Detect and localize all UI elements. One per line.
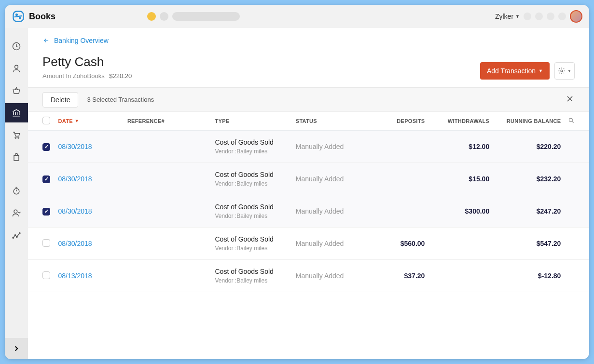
row-checkbox[interactable] — [42, 175, 50, 183]
row-type: Cost of Goods SoldVendor :Bailey miles — [215, 203, 295, 219]
topbar-placeholder — [147, 12, 240, 21]
row-status: Manually Added — [296, 143, 374, 150]
add-transaction-button[interactable]: Add Transaction ▼ — [480, 62, 550, 80]
books-logo-icon — [12, 10, 25, 23]
row-checkbox-cell — [42, 271, 58, 281]
sidebar-item-reports[interactable] — [5, 226, 28, 245]
row-checkbox[interactable] — [42, 271, 50, 279]
topbar: Books Zylker ▼ — [5, 5, 589, 28]
header-type[interactable]: TYPE — [215, 118, 295, 124]
caret-down-icon: ▼ — [567, 69, 571, 73]
row-withdrawal: $15.00 — [425, 175, 489, 183]
row-withdrawal: $300.00 — [425, 207, 489, 215]
placeholder-dot-icon — [160, 12, 168, 21]
placeholder-dot-icon — [147, 12, 156, 21]
subtitle-amount: $220.20 — [109, 72, 132, 80]
reports-icon — [12, 230, 21, 240]
svg-point-8 — [14, 210, 17, 213]
header-withdrawals[interactable]: WITHDRAWALS — [425, 118, 489, 124]
app-frame: Books Zylker ▼ — [5, 5, 589, 359]
svg-point-2 — [19, 17, 21, 19]
row-vendor: Vendor :Bailey miles — [215, 213, 295, 219]
sidebar-item-dashboard[interactable] — [5, 37, 28, 56]
row-date: 08/30/2018 — [58, 207, 127, 215]
row-date: 08/30/2018 — [58, 143, 127, 150]
row-date: 08/30/2018 — [58, 175, 127, 183]
header-deposits[interactable]: DEPOSITS — [374, 118, 425, 124]
header-date-label: DATE — [58, 118, 73, 124]
close-icon — [565, 94, 575, 104]
add-transaction-label: Add Transaction — [487, 67, 536, 75]
sidebar-item-sales[interactable] — [5, 125, 28, 145]
svg-point-1 — [16, 14, 17, 15]
sidebar-item-banking[interactable] — [5, 103, 28, 122]
sidebar-item-purchases[interactable] — [5, 148, 28, 167]
row-balance: $-12.80 — [489, 272, 561, 280]
delete-button[interactable]: Delete — [42, 92, 78, 108]
table-body: 08/30/2018Cost of Goods SoldVendor :Bail… — [28, 131, 589, 292]
row-checkbox[interactable] — [42, 208, 50, 216]
back-label: Banking Overview — [54, 37, 109, 44]
user-avatar[interactable] — [570, 10, 582, 23]
row-deposit: $560.00 — [374, 240, 425, 247]
row-status: Manually Added — [296, 207, 374, 215]
selection-bar: Delete 3 Selected Transactions — [28, 88, 589, 112]
bag-icon — [12, 152, 21, 162]
table-row[interactable]: 08/30/2018Cost of Goods SoldVendor :Bail… — [28, 163, 589, 195]
page-actions: Add Transaction ▼ ▼ — [480, 62, 575, 80]
table-row[interactable]: 08/30/2018Cost of Goods SoldVendor :Bail… — [28, 228, 589, 260]
sidebar-item-contacts[interactable] — [5, 59, 28, 78]
table-row[interactable]: 08/30/2018Cost of Goods SoldVendor :Bail… — [28, 131, 589, 163]
table-row[interactable]: 08/13/2018Cost of Goods SoldVendor :Bail… — [28, 260, 589, 292]
header-date[interactable]: DATE ▼ — [58, 118, 127, 124]
gear-icon — [558, 67, 566, 75]
row-deposit: $37.20 — [374, 272, 425, 280]
row-checkbox[interactable] — [42, 143, 50, 151]
org-switcher[interactable]: Zylker ▼ — [495, 13, 520, 20]
brand-logo[interactable]: Books — [12, 10, 55, 23]
header-balance[interactable]: RUNNING BALANCE — [489, 118, 561, 124]
row-balance: $220.20 — [489, 143, 561, 150]
page-header: Banking Overview Petty Cash Amount In Zo… — [28, 28, 589, 88]
settings-button[interactable]: ▼ — [554, 62, 575, 80]
close-selection[interactable] — [565, 94, 575, 106]
select-all-checkbox[interactable] — [42, 117, 50, 124]
row-balance: $547.20 — [489, 240, 561, 247]
sidebar-expand[interactable] — [5, 338, 28, 359]
sort-desc-icon: ▼ — [75, 119, 79, 123]
row-type: Cost of Goods SoldVendor :Bailey miles — [215, 138, 295, 155]
table-header: DATE ▼ REFERENCE# TYPE STATUS DEPOSITS W… — [28, 112, 589, 131]
topbar-right: Zylker ▼ — [495, 10, 582, 23]
header-status[interactable]: STATUS — [296, 118, 374, 124]
row-type: Cost of Goods SoldVendor :Bailey miles — [215, 268, 295, 284]
svg-point-5 — [15, 137, 16, 139]
back-link[interactable]: Banking Overview — [42, 37, 109, 44]
topbar-action-icon[interactable] — [535, 13, 543, 20]
caret-down-icon: ▼ — [539, 68, 543, 73]
row-vendor: Vendor :Bailey miles — [215, 148, 295, 155]
row-checkbox[interactable] — [42, 239, 50, 247]
sidebar-item-accountant[interactable] — [5, 203, 28, 223]
header-reference[interactable]: REFERENCE# — [127, 118, 215, 124]
row-date: 08/30/2018 — [58, 240, 127, 247]
chevron-right-icon — [12, 344, 21, 353]
bank-icon — [12, 108, 21, 118]
sidebar-item-items[interactable] — [5, 81, 28, 100]
cart-icon — [12, 130, 21, 140]
svg-point-6 — [18, 137, 19, 139]
placeholder-bar-icon — [172, 12, 240, 21]
row-date: 08/13/2018 — [58, 272, 127, 280]
sidebar-item-time[interactable] — [5, 181, 28, 201]
caret-down-icon: ▼ — [515, 14, 520, 19]
row-vendor: Vendor :Bailey miles — [215, 277, 295, 284]
topbar-action-icon[interactable] — [524, 13, 531, 20]
table-row[interactable]: 08/30/2018Cost of Goods SoldVendor :Bail… — [28, 195, 589, 228]
dashboard-icon — [12, 41, 21, 51]
sidebar — [5, 28, 28, 359]
svg-point-13 — [561, 70, 563, 72]
topbar-action-icon[interactable] — [558, 13, 566, 20]
topbar-action-icon[interactable] — [547, 13, 554, 20]
header-search[interactable] — [561, 117, 575, 125]
subtitle-label: Amount In ZohoBooks — [42, 72, 105, 80]
row-checkbox-cell — [42, 207, 58, 216]
